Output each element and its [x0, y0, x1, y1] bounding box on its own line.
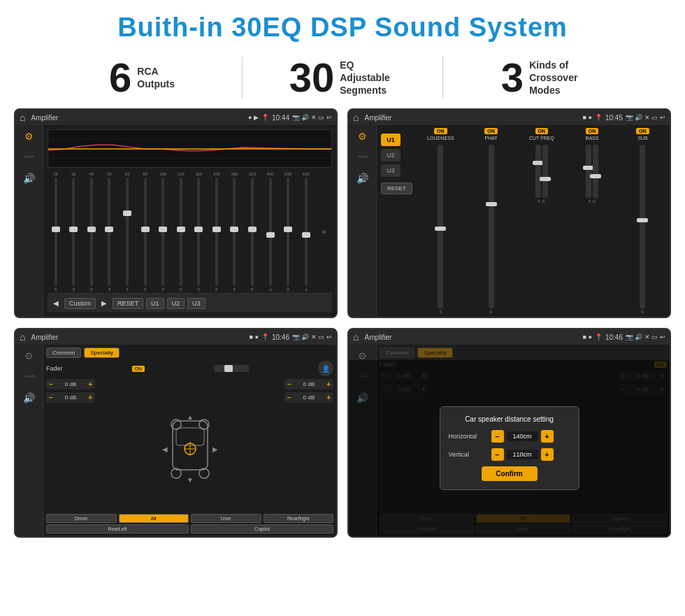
db-control-3[interactable]: − 0 dB +: [284, 379, 333, 389]
rear-right-btn[interactable]: RearRight: [264, 514, 334, 523]
eq-slider-50[interactable]: 50 0: [101, 172, 118, 292]
eq-u3-btn[interactable]: U3: [187, 298, 206, 309]
plus-icon-3[interactable]: +: [326, 380, 331, 388]
vertical-minus-btn[interactable]: −: [491, 448, 504, 461]
fader-filter-icon[interactable]: ⚙: [24, 350, 34, 361]
screens-grid: ⌂ Amplifier ● ▶ 📍 10:44 📷 🔊 ✕ ▭ ↩ ⚙ 〰 🔊: [0, 108, 685, 545]
copilot-btn[interactable]: Copilot: [191, 524, 333, 533]
rear-left-btn[interactable]: RearLeft: [46, 524, 189, 533]
eq-reset-btn[interactable]: RESET: [113, 298, 143, 309]
fader-header: Fader ON 👤: [46, 361, 333, 376]
driver-btn[interactable]: Driver: [46, 514, 117, 523]
cutfreq-slider-f[interactable]: [535, 145, 541, 198]
dialog-home-icon[interactable]: ⌂: [353, 331, 359, 343]
sub-label: SUB: [637, 136, 647, 141]
eq-u2-btn[interactable]: U2: [167, 298, 185, 309]
stat-eq: 30 EQ Adjustable Segments: [243, 57, 442, 98]
eq-app-label: Amplifier: [31, 114, 245, 122]
eq-slider-630[interactable]: 630 -1: [298, 172, 315, 292]
eq-side-panel: ⚙ 〰 🔊: [15, 125, 43, 317]
all-btn[interactable]: All: [119, 514, 189, 523]
eq-slider-32[interactable]: 32 0: [66, 172, 82, 292]
eq-slider-250[interactable]: 250 0: [226, 172, 243, 292]
eq-slider-80[interactable]: 80 0: [137, 172, 154, 292]
fader-dots: ■ ●: [250, 334, 259, 341]
cross-filter-icon[interactable]: ⚙: [358, 131, 367, 142]
fader-on-badge: ON: [132, 366, 145, 372]
vertical-plus-btn[interactable]: +: [541, 448, 554, 461]
eq-u1-btn[interactable]: U1: [146, 298, 164, 309]
eq-expand-icon[interactable]: »: [315, 172, 332, 292]
fader-wave-icon[interactable]: 〰: [24, 371, 34, 382]
eq-slider-25[interactable]: 25 0: [48, 172, 64, 292]
minus-icon-4[interactable]: −: [287, 394, 291, 401]
fader-home-icon[interactable]: ⌂: [20, 331, 25, 343]
loudness-slider[interactable]: [438, 145, 443, 308]
eq-time: 10:44: [272, 114, 289, 122]
eq-slider-320[interactable]: 320 0: [244, 172, 261, 292]
eq-next-btn[interactable]: ▶: [99, 299, 110, 307]
horizontal-label: Horizontal: [449, 433, 487, 440]
eq-custom-label: Custom: [64, 298, 96, 309]
bass-slider-f[interactable]: [586, 145, 591, 198]
common-tab[interactable]: Common: [46, 348, 81, 358]
eq-slider-400[interactable]: 400 -1: [262, 172, 279, 292]
phat-label: PHAT: [484, 136, 497, 141]
phat-on-badge: ON: [484, 128, 498, 134]
plus-icon-1[interactable]: +: [88, 380, 92, 388]
eq-slider-125[interactable]: 125 0: [173, 172, 189, 292]
minus-icon-1[interactable]: −: [49, 380, 53, 388]
user-btn[interactable]: User: [191, 514, 261, 523]
horizontal-minus-btn[interactable]: −: [491, 430, 504, 443]
db-control-4[interactable]: − 0 dB +: [284, 392, 333, 403]
eq-dots: ● ▶: [248, 114, 259, 121]
plus-icon-2[interactable]: +: [88, 394, 92, 401]
eq-wave-icon[interactable]: 〰: [24, 152, 34, 163]
minus-icon-3[interactable]: −: [287, 380, 291, 388]
minus-icon-2[interactable]: −: [49, 394, 53, 401]
specialty-tab[interactable]: Specialty: [84, 348, 119, 358]
fader-body: − 0 dB + − 0 dB +: [46, 379, 333, 512]
horizontal-plus-btn[interactable]: +: [541, 430, 554, 443]
fader-speaker-icon[interactable]: 🔊: [23, 392, 35, 403]
u2-btn[interactable]: U2: [381, 149, 401, 162]
u1-btn[interactable]: U1: [381, 134, 401, 146]
eq-slider-160[interactable]: 160 0: [191, 172, 208, 292]
sub-slider[interactable]: [640, 145, 645, 308]
cross-dots: ■ ●: [583, 114, 592, 121]
plus-icon-4[interactable]: +: [326, 394, 331, 401]
eq-slider-63[interactable]: 63 5: [119, 172, 136, 292]
cross-bass-col: ON BASS F G: [568, 128, 616, 314]
confirm-button[interactable]: Confirm: [482, 466, 538, 481]
vertical-label: Vertical: [449, 451, 487, 458]
cutfreq-val: F G: [538, 199, 545, 203]
cross-wave-icon[interactable]: 〰: [358, 152, 368, 163]
cross-reset-btn[interactable]: RESET: [381, 182, 412, 194]
horizontal-row: Horizontal − 140cm +: [449, 430, 570, 443]
bass-slider-g[interactable]: [593, 145, 598, 198]
home-icon[interactable]: ⌂: [20, 112, 25, 123]
fader-area: Common Specialty Fader ON 👤 − 0 dB: [43, 345, 336, 536]
eq-slider-200[interactable]: 200 0: [208, 172, 225, 292]
eq-slider-40[interactable]: 40 0: [83, 172, 100, 292]
horizontal-stepper: − 140cm +: [491, 430, 554, 443]
db-control-2[interactable]: − 0 dB +: [46, 392, 95, 403]
eq-filter-icon[interactable]: ⚙: [24, 131, 34, 142]
eq-prev-btn[interactable]: ◀: [50, 299, 62, 307]
u3-btn[interactable]: U3: [381, 164, 401, 177]
fader-footer: Driver All User RearRight: [46, 514, 333, 523]
dialog-content: ⚙ 〰 🔊 Common Specialty Fader ON −: [349, 345, 670, 536]
fader-slider-h[interactable]: [214, 365, 249, 372]
eq-slider-500[interactable]: 500 0: [280, 172, 296, 292]
cross-speaker-icon[interactable]: 🔊: [356, 173, 368, 184]
eq-slider-100[interactable]: 100 0: [154, 172, 171, 292]
cross-home-icon[interactable]: ⌂: [353, 112, 359, 123]
eq-speaker-icon[interactable]: 🔊: [23, 173, 35, 184]
dialog-time: 10:46: [605, 334, 623, 341]
cutfreq-slider-g[interactable]: [542, 145, 548, 198]
eq-screen: ⌂ Amplifier ● ▶ 📍 10:44 📷 🔊 ✕ ▭ ↩ ⚙ 〰 🔊: [14, 108, 338, 318]
db-control-1[interactable]: − 0 dB +: [46, 379, 95, 389]
phat-slider[interactable]: [489, 145, 494, 308]
db-value-3: 0 dB: [294, 381, 324, 387]
eq-status-icons: 📷 🔊 ✕ ▭ ↩: [292, 114, 332, 121]
